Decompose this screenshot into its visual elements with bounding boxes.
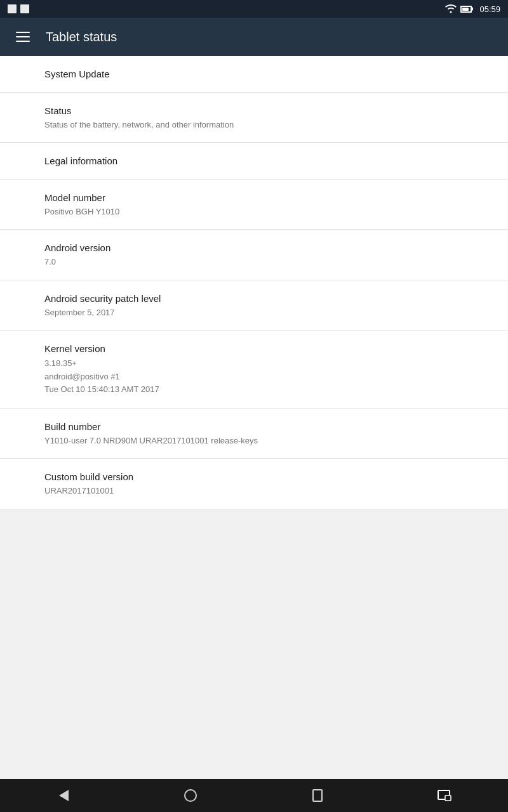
recents-icon bbox=[312, 789, 323, 802]
list-item[interactable]: Status Status of the battery, network, a… bbox=[0, 93, 508, 143]
list-item[interactable]: System Update bbox=[0, 56, 508, 93]
menu-icon-line1 bbox=[16, 32, 30, 33]
item-title: Android security patch level bbox=[44, 292, 464, 305]
item-title: Model number bbox=[44, 191, 464, 204]
status-icons: 05:59 bbox=[445, 4, 500, 14]
home-button[interactable] bbox=[175, 780, 206, 811]
page-title: Tablet status bbox=[46, 30, 117, 44]
item-subtitle: 3.18.35+ android@positivo #1 Tue Oct 10 … bbox=[44, 357, 464, 396]
item-subtitle: Positivo BGH Y1010 bbox=[44, 206, 464, 218]
wifi-icon bbox=[445, 4, 457, 13]
screenshot-icon bbox=[438, 790, 451, 801]
notification-icon-2 bbox=[20, 4, 29, 13]
navigation-bar bbox=[0, 779, 508, 812]
item-title: System Update bbox=[44, 67, 464, 81]
menu-icon-line3 bbox=[16, 41, 30, 42]
status-time: 05:59 bbox=[479, 4, 500, 14]
item-title: Android version bbox=[44, 241, 464, 254]
item-subtitle: 7.0 bbox=[44, 256, 464, 268]
recents-button[interactable] bbox=[302, 780, 333, 811]
menu-button[interactable] bbox=[10, 24, 36, 49]
item-title: Build number bbox=[44, 420, 464, 433]
battery-icon bbox=[460, 6, 472, 13]
app-bar: Tablet status bbox=[0, 18, 508, 56]
list-item[interactable]: Build number Y1010-user 7.0 NRD90M URAR2… bbox=[0, 409, 508, 459]
item-subtitle: URAR2017101001 bbox=[44, 485, 464, 497]
item-subtitle: Status of the battery, network, and othe… bbox=[44, 119, 464, 131]
list-item[interactable]: Legal information bbox=[0, 143, 508, 180]
svg-rect-1 bbox=[445, 796, 451, 801]
content-area: System Update Status Status of the batte… bbox=[0, 56, 508, 779]
notification-icon-1 bbox=[8, 4, 17, 13]
back-button[interactable] bbox=[48, 780, 79, 811]
item-title: Legal information bbox=[44, 154, 464, 167]
back-icon bbox=[59, 790, 69, 801]
kernel-line1: 3.18.35+ bbox=[44, 358, 77, 368]
kernel-line2: android@positivo #1 bbox=[44, 372, 120, 381]
item-title: Status bbox=[44, 104, 464, 117]
menu-icon-line2 bbox=[16, 36, 30, 37]
list-item[interactable]: Android security patch level September 5… bbox=[0, 280, 508, 331]
home-icon bbox=[184, 789, 197, 802]
status-bar: 05:59 bbox=[0, 0, 508, 18]
item-subtitle: September 5, 2017 bbox=[44, 307, 464, 318]
notification-icons bbox=[8, 4, 29, 13]
item-subtitle: Y1010-user 7.0 NRD90M URAR2017101001 rel… bbox=[44, 435, 464, 447]
list-item[interactable]: Kernel version 3.18.35+ android@positivo… bbox=[0, 331, 508, 409]
item-title: Custom build version bbox=[44, 470, 464, 483]
screenshot-button[interactable] bbox=[429, 780, 460, 811]
list-item[interactable]: Model number Positivo BGH Y1010 bbox=[0, 180, 508, 230]
list-item[interactable]: Custom build version URAR2017101001 bbox=[0, 459, 508, 509]
kernel-line3: Tue Oct 10 15:40:13 AMT 2017 bbox=[44, 384, 159, 394]
item-title: Kernel version bbox=[44, 342, 464, 355]
list-item[interactable]: Android version 7.0 bbox=[0, 230, 508, 280]
